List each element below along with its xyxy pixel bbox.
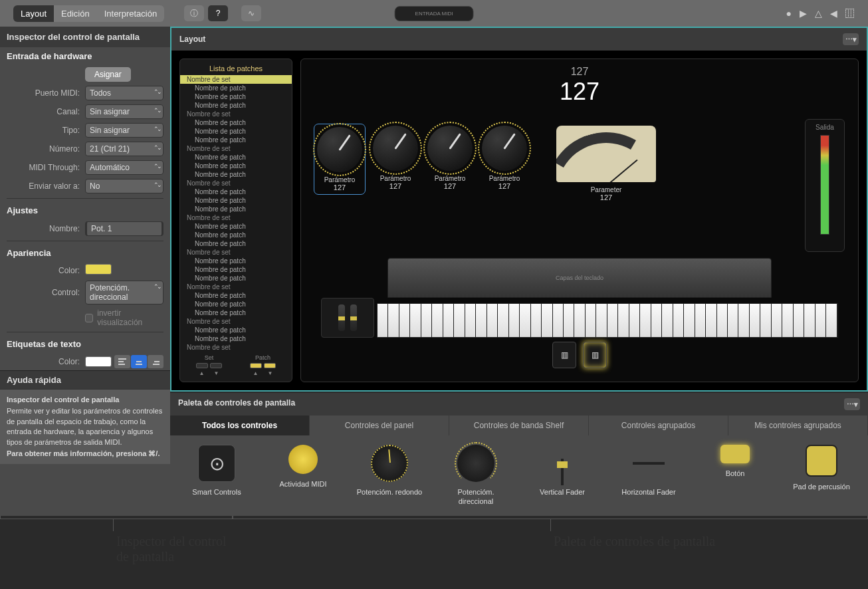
patch-toggle-2[interactable] bbox=[264, 363, 276, 368]
textcolor-label: Color: bbox=[7, 357, 80, 366]
textcolor-swatch[interactable] bbox=[85, 356, 112, 367]
patch-list-item[interactable]: Nombre de patch bbox=[180, 136, 292, 144]
keyboard[interactable] bbox=[377, 303, 838, 338]
align-center-button[interactable] bbox=[131, 355, 147, 368]
palette-item-activity[interactable]: Actividad MIDI bbox=[270, 445, 336, 507]
set-down-icon[interactable]: ▼ bbox=[214, 370, 219, 376]
palette-tab[interactable]: Controles agrupados bbox=[589, 415, 728, 435]
layout-menu-icon[interactable]: ⋯▾ bbox=[843, 33, 859, 45]
patch-list-item[interactable]: Nombre de patch bbox=[180, 92, 292, 101]
inspector-panel: Inspector del control de pantalla Entrad… bbox=[0, 27, 170, 516]
patch-list[interactable]: Lista de patches Nombre de setNombre de … bbox=[179, 59, 292, 382]
patch-list-item[interactable]: Nombre de patch bbox=[180, 101, 292, 110]
patch-list-item[interactable]: Nombre de patch bbox=[180, 274, 292, 283]
tuner-icon[interactable]: ∿ bbox=[241, 5, 261, 21]
record-icon[interactable]: ● bbox=[786, 8, 792, 19]
palette-menu-icon[interactable]: ⋯▾ bbox=[844, 398, 860, 410]
keyboard-layers[interactable]: Capas del teclado bbox=[387, 258, 772, 298]
thru-select[interactable]: Automático bbox=[85, 160, 163, 175]
patch-list-item[interactable]: Nombre de set bbox=[180, 75, 292, 84]
palette-item-knob-d[interactable]: Potencióm. direccional bbox=[443, 445, 509, 507]
control-label: Control: bbox=[7, 288, 80, 297]
palette-item-vfader[interactable]: Vertical Fader bbox=[529, 445, 596, 507]
patch-list-item[interactable]: Nombre de patch bbox=[180, 326, 292, 334]
patch-list-item[interactable]: Nombre de patch bbox=[180, 170, 292, 179]
mixer-icon[interactable]: ⿲ bbox=[845, 8, 855, 19]
color-label: Color: bbox=[7, 266, 80, 275]
palette-item-knob-r[interactable]: Potencióm. redondo bbox=[356, 445, 423, 507]
type-select[interactable]: Sin asignar bbox=[85, 123, 163, 138]
patch-down-icon[interactable]: ▼ bbox=[268, 370, 273, 376]
tab-layout[interactable]: Layout bbox=[13, 5, 54, 22]
patch-list-item[interactable]: Nombre de set bbox=[180, 343, 292, 352]
number-select[interactable]: 21 (Ctrl 21) bbox=[85, 142, 163, 156]
patch-list-item[interactable]: Nombre de set bbox=[180, 179, 292, 187]
gauge-control[interactable]: Parameter127 bbox=[556, 126, 656, 201]
patch-list-item[interactable]: Nombre de patch bbox=[180, 84, 292, 92]
patch-list-item[interactable]: Nombre de patch bbox=[180, 153, 292, 162]
knob-control[interactable]: Parámetro127 bbox=[316, 126, 364, 193]
patch-list-item[interactable]: Nombre de patch bbox=[180, 231, 292, 239]
help-icon[interactable]: ? bbox=[208, 5, 228, 21]
pedal-2[interactable]: ▥ bbox=[583, 342, 607, 368]
palette-tab[interactable]: Controles de banda Shelf bbox=[449, 415, 589, 435]
control-select[interactable]: Potencióm. direccional bbox=[85, 281, 163, 304]
info-icon[interactable]: ⓘ bbox=[184, 5, 204, 21]
callout-inspector: Inspector del control de pantalla bbox=[0, 519, 233, 564]
patch-list-item[interactable]: Nombre de patch bbox=[180, 222, 292, 231]
palette-item-btn[interactable]: Botón bbox=[702, 445, 768, 507]
patch-list-item[interactable]: Nombre de patch bbox=[180, 187, 292, 196]
set-up-icon[interactable]: ▲ bbox=[199, 370, 205, 376]
patch-list-item[interactable]: Nombre de set bbox=[180, 110, 292, 118]
palette-tab[interactable]: Mis controles agrupados bbox=[728, 415, 868, 435]
palette-item-pad[interactable]: Pad de percusión bbox=[788, 445, 855, 507]
knob-control[interactable]: Parámetro127 bbox=[373, 126, 418, 190]
patch-list-item[interactable]: Nombre de patch bbox=[180, 205, 292, 213]
knob-control[interactable]: Parámetro127 bbox=[482, 126, 527, 190]
patch-list-item[interactable]: Nombre de patch bbox=[180, 239, 292, 248]
patch-list-item[interactable]: Nombre de patch bbox=[180, 334, 292, 343]
color-swatch[interactable] bbox=[85, 264, 112, 275]
patch-list-item[interactable]: Nombre de set bbox=[180, 144, 292, 153]
patch-list-item[interactable]: Nombre de patch bbox=[180, 257, 292, 265]
assign-button[interactable]: Asignar bbox=[85, 67, 131, 82]
patch-toggle-1[interactable] bbox=[250, 363, 262, 368]
palette-item-smart[interactable]: Smart Controls bbox=[183, 445, 250, 507]
set-toggle-2[interactable] bbox=[210, 363, 222, 368]
patch-list-item[interactable]: Nombre de patch bbox=[180, 127, 292, 136]
palette-tab[interactable]: Todos los controles bbox=[170, 415, 310, 435]
workspace[interactable]: 127 127 Parámetro127Parámetro127Parámetr… bbox=[300, 59, 859, 382]
patch-list-item[interactable]: Nombre de patch bbox=[180, 291, 292, 300]
port-select[interactable]: Todos bbox=[85, 86, 163, 100]
hardware-section-title: Entrada de hardware bbox=[0, 47, 170, 65]
patch-list-item[interactable]: Nombre de patch bbox=[180, 162, 292, 170]
patch-list-item[interactable]: Nombre de patch bbox=[180, 118, 292, 127]
name-field[interactable]: Pot. 1 bbox=[85, 221, 163, 236]
tab-perform[interactable]: Interpretación bbox=[97, 5, 165, 22]
align-right-button[interactable] bbox=[148, 355, 163, 368]
metronome-icon[interactable]: △ bbox=[815, 8, 822, 19]
patch-list-item[interactable]: Nombre de set bbox=[180, 213, 292, 222]
layout-canvas-panel: Layout ⋯▾ Lista de patches Nombre de set… bbox=[170, 27, 868, 392]
play-icon[interactable]: ▶ bbox=[800, 8, 807, 19]
tab-edit[interactable]: Edición bbox=[54, 5, 97, 22]
channel-select[interactable]: Sin asignar bbox=[85, 104, 163, 119]
patch-up-icon[interactable]: ▲ bbox=[253, 370, 259, 376]
palette-tab[interactable]: Controles del panel bbox=[310, 415, 449, 435]
speaker-icon[interactable]: ◀ bbox=[830, 8, 837, 19]
patch-list-item[interactable]: Nombre de patch bbox=[180, 265, 292, 274]
set-toggle-1[interactable] bbox=[196, 363, 208, 368]
knob-control[interactable]: Parámetro127 bbox=[427, 126, 473, 190]
patch-list-item[interactable]: Nombre de set bbox=[180, 317, 292, 326]
patch-list-item[interactable]: Nombre de set bbox=[180, 248, 292, 257]
patch-list-item[interactable]: Nombre de set bbox=[180, 283, 292, 291]
patch-list-item[interactable]: Nombre de patch bbox=[180, 196, 292, 205]
invert-checkbox[interactable] bbox=[85, 314, 93, 322]
send-select[interactable]: No bbox=[85, 179, 163, 193]
patch-list-item[interactable]: Nombre de patch bbox=[180, 300, 292, 308]
palette-item-hfader[interactable]: Horizontal Fader bbox=[615, 445, 682, 507]
patch-list-item[interactable]: Nombre de patch bbox=[180, 308, 292, 317]
mod-wheels[interactable] bbox=[321, 298, 374, 338]
pedal-1[interactable]: ▥ bbox=[552, 342, 576, 368]
align-left-button[interactable] bbox=[114, 355, 130, 368]
